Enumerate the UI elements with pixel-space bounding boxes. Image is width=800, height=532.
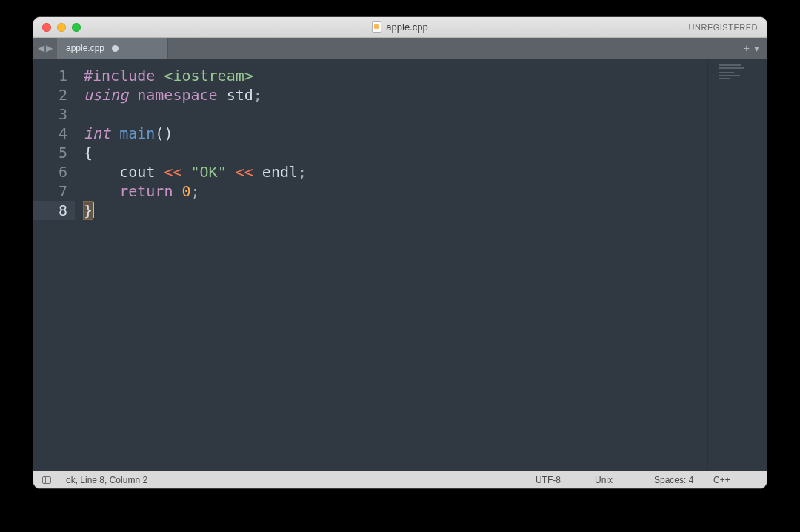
line-number[interactable]: 5 xyxy=(33,143,67,162)
code-line[interactable]: } xyxy=(84,201,707,220)
line-number[interactable]: 3 xyxy=(33,104,67,124)
tab-history-nav: ◀ ▶ xyxy=(33,38,57,59)
tab-menu-icon[interactable]: ▾ xyxy=(754,42,759,54)
code-line[interactable]: return 0; xyxy=(84,182,707,201)
code-line[interactable]: #include <iostream> xyxy=(84,66,707,85)
panel-switch-icon[interactable] xyxy=(42,476,51,484)
file-icon xyxy=(372,21,381,33)
line-number-gutter[interactable]: 12345678 xyxy=(33,59,75,471)
minimap-content xyxy=(719,64,749,79)
status-syntax[interactable]: C++ xyxy=(713,475,758,485)
new-tab-icon[interactable]: + xyxy=(744,42,750,54)
close-icon[interactable] xyxy=(42,23,51,32)
tab-apple-cpp[interactable]: apple.cpp xyxy=(57,38,168,59)
status-encoding[interactable]: UTF-8 xyxy=(536,475,580,485)
minimap[interactable] xyxy=(707,59,756,471)
status-line-ending[interactable]: Unix xyxy=(595,475,639,485)
unregistered-label: UNREGISTERED xyxy=(689,23,758,32)
dirty-indicator-icon xyxy=(112,45,119,52)
code-line[interactable] xyxy=(84,104,707,124)
status-indent[interactable]: Spaces: 4 xyxy=(654,475,699,485)
editor-area: 12345678 #include <iostream>using namesp… xyxy=(33,59,767,471)
code-line[interactable]: int main() xyxy=(84,124,707,143)
editor-window: apple.cpp UNREGISTERED ◀ ▶ apple.cpp + ▾… xyxy=(33,16,767,489)
scrollbar-track[interactable] xyxy=(756,59,767,471)
status-bar: ok, Line 8, Column 2 UTF-8 Unix Spaces: … xyxy=(33,471,767,488)
line-number[interactable]: 1 xyxy=(33,66,67,85)
titlebar[interactable]: apple.cpp UNREGISTERED xyxy=(33,17,767,38)
nav-forward-icon[interactable]: ▶ xyxy=(46,43,53,53)
minimize-icon[interactable] xyxy=(57,23,66,32)
code-area[interactable]: #include <iostream>using namespace std;i… xyxy=(75,59,707,471)
code-line[interactable]: cout << "OK" << endl; xyxy=(84,162,707,182)
window-controls xyxy=(33,23,81,32)
status-position[interactable]: ok, Line 8, Column 2 xyxy=(66,475,147,485)
tab-bar: ◀ ▶ apple.cpp + ▾ xyxy=(33,38,767,59)
line-number[interactable]: 7 xyxy=(33,182,67,201)
line-number[interactable]: 4 xyxy=(33,124,67,143)
line-number[interactable]: 8 xyxy=(33,201,75,220)
code-line[interactable]: { xyxy=(84,143,707,162)
code-line[interactable]: using namespace std; xyxy=(84,85,707,104)
nav-back-icon[interactable]: ◀ xyxy=(38,43,44,53)
window-title-text: apple.cpp xyxy=(386,21,427,33)
line-number[interactable]: 2 xyxy=(33,85,67,104)
line-number[interactable]: 6 xyxy=(33,162,67,182)
tab-label: apple.cpp xyxy=(66,43,104,53)
zoom-icon[interactable] xyxy=(72,23,81,32)
window-title: apple.cpp xyxy=(33,21,767,33)
text-cursor xyxy=(93,202,94,218)
